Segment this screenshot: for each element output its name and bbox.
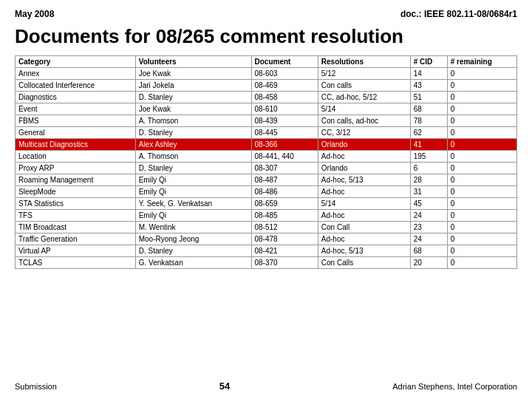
table-cell: 0 <box>447 151 516 163</box>
table-cell: 0 <box>447 115 516 127</box>
table-cell: 0 <box>447 210 516 222</box>
table-cell: 08-486 <box>251 186 318 198</box>
table-cell: 14 <box>410 68 447 80</box>
table-cell: 28 <box>410 174 447 186</box>
table-cell: Orlando <box>318 163 410 174</box>
table-cell: 0 <box>447 233 516 245</box>
table-row: Multicast DiagnosticsAlex Ashley08-366Or… <box>16 139 517 151</box>
table-cell: Roaming Management <box>16 174 136 186</box>
table-cell: 08-439 <box>251 115 318 127</box>
table-row: EventJoe Kwak08-6105/14680 <box>16 103 517 115</box>
table-cell: 0 <box>447 139 516 151</box>
table-cell: Ad-hoc, 5/13 <box>318 245 410 257</box>
page-title: Documents for 08/265 comment resolution <box>15 25 517 48</box>
page: May 2008 doc.: IEEE 802.11-08/0684r1 Doc… <box>0 0 532 399</box>
table-cell: TFS <box>16 210 136 222</box>
table-cell: 24 <box>410 210 447 222</box>
table-cell: Y. Seek, G. Venkatsan <box>135 198 251 210</box>
col-header-document: Document <box>251 56 318 68</box>
footer-submission: Submission <box>15 382 57 391</box>
table-row: Virtual APD. Stanley08-421Ad-hoc, 5/1368… <box>16 245 517 257</box>
table-cell: M. Wentink <box>135 222 251 233</box>
table-row: TFSEmily Qi08-485Ad-hoc240 <box>16 210 517 222</box>
table-row: Collocated InterferenceJari Jokela08-469… <box>16 80 517 92</box>
table-cell: 08-421 <box>251 245 318 257</box>
table-cell: Annex <box>16 68 136 80</box>
table-cell: 5/14 <box>318 198 410 210</box>
table-cell: 5/12 <box>318 68 410 80</box>
table-cell: 0 <box>447 222 516 233</box>
table-cell: Event <box>16 103 136 115</box>
table-cell: Ad-hoc <box>318 186 410 198</box>
table-cell: Con Calls <box>318 257 410 269</box>
table-row: TCLASG. Venkatsan08-370Con Calls200 <box>16 257 517 269</box>
table-cell: CC, ad-hoc, 5/12 <box>318 92 410 103</box>
table-cell: 08-659 <box>251 198 318 210</box>
table-cell: 68 <box>410 103 447 115</box>
table-cell: 08-485 <box>251 210 318 222</box>
table-cell: D. Stanley <box>135 92 251 103</box>
table-row: Proxy ARPD. Stanley08-307Orlando60 <box>16 163 517 174</box>
table-cell: 08-610 <box>251 103 318 115</box>
table-cell: 0 <box>447 174 516 186</box>
table-cell: Collocated Interference <box>16 80 136 92</box>
table-cell: A. Thomson <box>135 115 251 127</box>
footer-page-number: 54 <box>219 381 230 392</box>
table-cell: Ad-hoc <box>318 210 410 222</box>
table-cell: Emily Qi <box>135 174 251 186</box>
table-cell: Jari Jokela <box>135 80 251 92</box>
table-cell: 0 <box>447 163 516 174</box>
table-row: GeneralD. Stanley08-445CC, 3/12620 <box>16 127 517 139</box>
table-cell: TIM Broadcast <box>16 222 136 233</box>
table-cell: A. Thomson <box>135 151 251 163</box>
table-cell: 0 <box>447 257 516 269</box>
col-header-volunteers: Volunteers <box>135 56 251 68</box>
table-cell: 08-366 <box>251 139 318 151</box>
table-header-row: Category Volunteers Document Resolutions… <box>16 56 517 68</box>
table-cell: Ad-hoc, 5/13 <box>318 174 410 186</box>
table-cell: 43 <box>410 80 447 92</box>
table-row: Traffic GenerationMoo-Ryong Jeong08-478A… <box>16 233 517 245</box>
table-cell: Ad-hoc <box>318 151 410 163</box>
table-cell: FBMS <box>16 115 136 127</box>
table-cell: G. Venkatsan <box>135 257 251 269</box>
table-cell: Joe Kwak <box>135 68 251 80</box>
table-cell: 78 <box>410 115 447 127</box>
table-cell: 45 <box>410 198 447 210</box>
table-cell: 08-512 <box>251 222 318 233</box>
table-cell: 0 <box>447 245 516 257</box>
table-cell: 0 <box>447 198 516 210</box>
col-header-cid: # CID <box>410 56 447 68</box>
table-cell: TCLAS <box>16 257 136 269</box>
table-cell: 08-445 <box>251 127 318 139</box>
table-row: DiagnosticsD. Stanley08-458CC, ad-hoc, 5… <box>16 92 517 103</box>
table-row: Roaming ManagementEmily Qi08-487Ad-hoc, … <box>16 174 517 186</box>
col-header-resolutions: Resolutions <box>318 56 410 68</box>
table-cell: Con calls <box>318 80 410 92</box>
table-cell: Moo-Ryong Jeong <box>135 233 251 245</box>
footer: Submission 54 Adrian Stephens, Intel Cor… <box>15 381 517 392</box>
footer-author: Adrian Stephens, Intel Corporation <box>392 382 517 391</box>
table-cell: 0 <box>447 127 516 139</box>
table-cell: 23 <box>410 222 447 233</box>
table-cell: 0 <box>447 80 516 92</box>
table-cell: 08-487 <box>251 174 318 186</box>
table-cell: 0 <box>447 92 516 103</box>
table-cell: 08-370 <box>251 257 318 269</box>
table-cell: Virtual AP <box>16 245 136 257</box>
table-cell: Multicast Diagnostics <box>16 139 136 151</box>
table-cell: 6 <box>410 163 447 174</box>
table-cell: Location <box>16 151 136 163</box>
table-cell: Emily Qi <box>135 210 251 222</box>
table-cell: Traffic Generation <box>16 233 136 245</box>
table-cell: 08-469 <box>251 80 318 92</box>
table-cell: 0 <box>447 186 516 198</box>
table-cell: 5/14 <box>318 103 410 115</box>
table-row: TIM BroadcastM. Wentink08-512Con Call230 <box>16 222 517 233</box>
table-cell: Orlando <box>318 139 410 151</box>
table-cell: 0 <box>447 68 516 80</box>
table-cell: CC, 3/12 <box>318 127 410 139</box>
table-row: LocationA. Thomson08-441, 440Ad-hoc1950 <box>16 151 517 163</box>
table-cell: 68 <box>410 245 447 257</box>
table-cell: 08-441, 440 <box>251 151 318 163</box>
